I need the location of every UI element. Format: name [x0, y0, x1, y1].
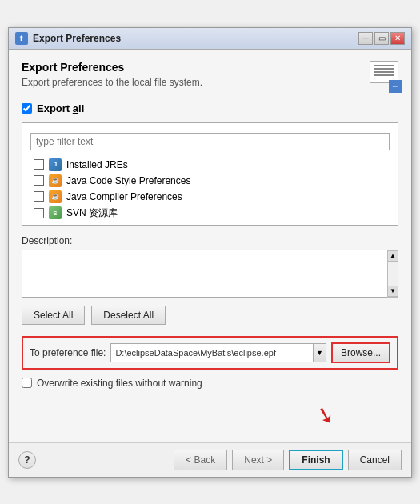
title-bar-left: ⬆ Export Preferences [15, 32, 121, 45]
bottom-left: ? [18, 451, 36, 469]
header-icon: ← [360, 61, 398, 93]
browse-button[interactable]: Browse... [331, 342, 390, 363]
overwrite-row: Overwrite existing files without warning [22, 378, 398, 389]
arrow-annotation: ➘ [22, 402, 398, 428]
minimize-button[interactable]: ─ [358, 32, 373, 45]
finish-button[interactable]: Finish [289, 450, 342, 470]
item-label-1: Java Code Style Preferences [66, 175, 190, 186]
title-bar-label: Export Preferences [33, 33, 121, 44]
item-label-3: SVN 资源库 [66, 206, 118, 220]
header-section: Export Preferences Export preferences to… [22, 61, 398, 93]
bottom-bar: ? < Back Next > Finish Cancel [9, 442, 411, 477]
export-all-checkbox[interactable] [22, 103, 32, 114]
file-section: To preference file: D:\eclipseDataSpace\… [22, 336, 398, 370]
item-checkbox-2[interactable] [34, 191, 44, 202]
java-code-icon: ☕ [49, 174, 62, 187]
close-button[interactable]: ✕ [390, 32, 405, 45]
deselect-all-button[interactable]: Deselect All [91, 306, 166, 325]
back-button[interactable]: < Back [174, 450, 227, 470]
item-checkbox-3[interactable] [34, 208, 44, 218]
tree-item-java-compiler[interactable]: ☕ Java Compiler Preferences [30, 189, 390, 205]
file-path-wrapper: D:\eclipseDataSpace\MyBatis\eclipse.epf … [110, 343, 326, 362]
red-arrow-icon: ➘ [313, 399, 338, 430]
scroll-down-arrow[interactable]: ▼ [387, 286, 398, 297]
item-checkbox-1[interactable] [34, 175, 44, 186]
file-path-text: D:\eclipseDataSpace\MyBatis\eclipse.epf [111, 346, 313, 360]
file-path-dropdown-arrow[interactable]: ▼ [313, 344, 326, 362]
filter-input[interactable] [30, 133, 390, 150]
file-label: To preference file: [30, 347, 106, 358]
content-area: Export Preferences Export preferences to… [9, 50, 411, 442]
tree-item-installed-jres[interactable]: J Installed JREs [30, 157, 390, 173]
select-buttons-row: Select All Deselect All [22, 306, 398, 325]
scrollbar-vertical: ▲ ▼ [387, 250, 398, 298]
title-bar: ⬆ Export Preferences ─ ▭ ✕ [9, 28, 411, 50]
help-button[interactable]: ? [18, 451, 36, 469]
window-icon: ⬆ [15, 32, 28, 45]
jre-icon: J [49, 158, 62, 171]
header-text: Export Preferences Export preferences to… [22, 61, 202, 88]
tree-item-svn[interactable]: S SVN 资源库 [30, 205, 390, 222]
tree-item-java-code-style[interactable]: ☕ Java Code Style Preferences [30, 173, 390, 189]
arrow-icon: ← [389, 80, 402, 93]
title-bar-buttons: ─ ▭ ✕ [358, 32, 405, 45]
export-preferences-window: ⬆ Export Preferences ─ ▭ ✕ Export Prefer… [8, 27, 412, 478]
description-label: Description: [22, 235, 398, 246]
dialog-subtitle: Export preferences to the local file sys… [22, 77, 202, 88]
overwrite-checkbox[interactable] [22, 378, 32, 388]
overwrite-label: Overwrite existing files without warning [37, 378, 202, 389]
cancel-button[interactable]: Cancel [348, 450, 402, 470]
dialog-title: Export Preferences [22, 61, 202, 74]
item-checkbox-0[interactable] [34, 159, 44, 170]
scroll-up-arrow[interactable]: ▲ [387, 250, 398, 262]
export-all-row: Export all [22, 102, 398, 114]
bottom-right: < Back Next > Finish Cancel [174, 450, 402, 470]
export-all-label: Export all [37, 102, 84, 114]
select-all-button[interactable]: Select All [22, 306, 85, 325]
item-label-0: Installed JREs [66, 159, 128, 170]
description-textarea[interactable] [22, 250, 386, 297]
description-inner [22, 250, 398, 298]
restore-button[interactable]: ▭ [374, 32, 389, 45]
svn-icon: S [49, 206, 62, 219]
java-compiler-icon: ☕ [49, 190, 62, 203]
next-button[interactable]: Next > [232, 450, 284, 470]
tree-filter-box: J Installed JREs ☕ Java Code Style Prefe… [22, 122, 398, 226]
description-wrapper: ▲ ▼ [22, 250, 398, 298]
item-label-2: Java Compiler Preferences [66, 191, 182, 202]
